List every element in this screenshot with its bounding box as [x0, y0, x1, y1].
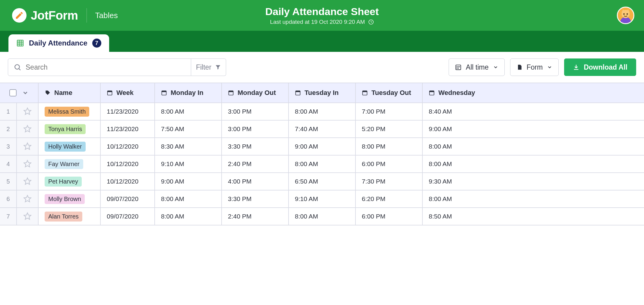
calendar-grid-icon: [455, 64, 462, 71]
cell-monday-out[interactable]: 2:40 PM: [222, 208, 289, 225]
chevron-down-icon[interactable]: [22, 90, 29, 96]
cell-week[interactable]: 11/23/2020: [101, 103, 155, 120]
table-row[interactable]: 4Fay Warner10/12/20209:10 AM2:40 PM8:00 …: [0, 156, 644, 173]
svg-rect-22: [363, 91, 367, 92]
cell-wednesday-in[interactable]: 8:40 AM: [423, 103, 465, 120]
star-toggle[interactable]: [17, 173, 39, 190]
cell-name[interactable]: Melissa Smith: [39, 103, 101, 120]
star-icon: [23, 195, 32, 203]
cell-tuesday-out[interactable]: 6:00 PM: [356, 208, 423, 225]
cell-monday-in[interactable]: 8:30 AM: [155, 138, 222, 155]
cell-tuesday-in[interactable]: 9:00 AM: [289, 138, 356, 155]
page-subtitle: Last updated at 19 Oct 2020 9:20 AM: [265, 19, 379, 25]
cell-week[interactable]: 10/12/2020: [101, 173, 155, 190]
cell-tuesday-out[interactable]: 7:30 PM: [356, 173, 423, 190]
cell-monday-out[interactable]: 4:00 PM: [222, 173, 289, 190]
star-toggle[interactable]: [17, 208, 39, 225]
col-header-wednesday[interactable]: Wednesday: [423, 83, 465, 102]
table-row[interactable]: 7Alan Torres09/07/20208:00 AM2:40 PM8:00…: [0, 208, 644, 225]
select-all-checkbox[interactable]: [9, 89, 17, 96]
col-header-monday-out[interactable]: Monday Out: [222, 83, 289, 102]
col-header-tuesday-out[interactable]: Tuesday Out: [356, 83, 423, 102]
cell-wednesday-in[interactable]: 8:00 AM: [423, 156, 465, 172]
cell-tuesday-out[interactable]: 8:00 PM: [356, 138, 423, 155]
cell-name[interactable]: Fay Warner: [39, 156, 101, 172]
cell-monday-in[interactable]: 8:00 AM: [155, 103, 222, 120]
cell-monday-out[interactable]: 3:30 PM: [222, 190, 289, 207]
cell-monday-in[interactable]: 8:00 AM: [155, 190, 222, 207]
cell-tuesday-out[interactable]: 6:00 PM: [356, 156, 423, 172]
table-row[interactable]: 6Molly Brown09/07/20208:00 AM3:30 PM9:10…: [0, 190, 644, 208]
cell-tuesday-in[interactable]: 7:40 AM: [289, 121, 356, 137]
cell-tuesday-in[interactable]: 8:00 AM: [289, 208, 356, 225]
filter-label: Filter: [196, 63, 211, 71]
cell-week[interactable]: 09/07/2020: [101, 208, 155, 225]
row-number: 4: [0, 156, 17, 172]
tab-daily-attendance[interactable]: Daily Attendance 7: [8, 34, 109, 52]
cell-name[interactable]: Molly Brown: [39, 190, 101, 207]
avatar[interactable]: [617, 7, 634, 24]
cell-tuesday-out[interactable]: 6:20 PM: [356, 190, 423, 207]
search-input-wrap[interactable]: [8, 58, 191, 76]
time-range-dropdown[interactable]: All time: [449, 58, 504, 76]
col-header-week[interactable]: Week: [101, 83, 155, 102]
col-header-tuesday-in[interactable]: Tuesday In: [289, 83, 356, 102]
svg-rect-11: [457, 68, 458, 69]
cell-week[interactable]: 11/23/2020: [101, 121, 155, 137]
cell-tuesday-out[interactable]: 5:20 PM: [356, 121, 423, 137]
cell-tuesday-in[interactable]: 8:00 AM: [289, 103, 356, 120]
cell-monday-out[interactable]: 3:30 PM: [222, 138, 289, 155]
brand-logo[interactable]: JotForm: [12, 8, 78, 23]
select-all-corner: [0, 83, 39, 102]
cell-name[interactable]: Pet Harvey: [39, 173, 101, 190]
table-row[interactable]: 2Tonya Harris11/23/20207:50 AM3:00 PM7:4…: [0, 121, 644, 138]
cell-week[interactable]: 09/07/2020: [101, 190, 155, 207]
svg-point-3: [623, 13, 625, 15]
cell-monday-in[interactable]: 9:00 AM: [155, 173, 222, 190]
cell-tuesday-out[interactable]: 7:00 PM: [356, 103, 423, 120]
section-label[interactable]: Tables: [95, 11, 118, 20]
form-dropdown[interactable]: Form: [510, 58, 559, 76]
name-pill: Molly Brown: [45, 194, 85, 204]
table-row[interactable]: 3Holly Walker10/12/20208:30 AM3:30 PM9:0…: [0, 138, 644, 156]
time-range-label: All time: [466, 63, 488, 71]
col-label: Wednesday: [438, 89, 475, 97]
star-toggle[interactable]: [17, 138, 39, 155]
col-header-monday-in[interactable]: Monday In: [155, 83, 222, 102]
cell-monday-in[interactable]: 9:10 AM: [155, 156, 222, 172]
cell-wednesday-in[interactable]: 8:50 AM: [423, 208, 465, 225]
history-icon[interactable]: [368, 19, 374, 25]
search-group: Filter: [8, 58, 226, 76]
cell-wednesday-in[interactable]: 9:00 AM: [423, 121, 465, 137]
cell-wednesday-in[interactable]: 8:00 AM: [423, 190, 465, 207]
title-block: Daily Attendance Sheet Last updated at 1…: [265, 6, 379, 25]
svg-rect-12: [458, 68, 459, 69]
cell-tuesday-in[interactable]: 9:10 AM: [289, 190, 356, 207]
table-row[interactable]: 5Pet Harvey10/12/20209:00 AM4:00 PM6:50 …: [0, 173, 644, 190]
cell-tuesday-in[interactable]: 8:00 AM: [289, 156, 356, 172]
cell-monday-in[interactable]: 8:00 AM: [155, 208, 222, 225]
star-toggle[interactable]: [17, 156, 39, 172]
col-header-name[interactable]: Name: [39, 83, 101, 102]
table-row[interactable]: 1Melissa Smith11/23/20208:00 AM3:00 PM8:…: [0, 103, 644, 121]
chevron-down-icon: [547, 64, 552, 70]
cell-monday-in[interactable]: 7:50 AM: [155, 121, 222, 137]
star-toggle[interactable]: [17, 190, 39, 207]
cell-name[interactable]: Alan Torres: [39, 208, 101, 225]
cell-monday-out[interactable]: 3:00 PM: [222, 103, 289, 120]
cell-week[interactable]: 10/12/2020: [101, 156, 155, 172]
cell-wednesday-in[interactable]: 9:30 AM: [423, 173, 465, 190]
star-toggle[interactable]: [17, 121, 39, 137]
funnel-icon: [215, 64, 221, 70]
search-input[interactable]: [26, 63, 185, 71]
download-all-button[interactable]: Download All: [564, 58, 636, 76]
cell-monday-out[interactable]: 3:00 PM: [222, 121, 289, 137]
cell-tuesday-in[interactable]: 6:50 AM: [289, 173, 356, 190]
cell-monday-out[interactable]: 2:40 PM: [222, 156, 289, 172]
cell-wednesday-in[interactable]: 8:00 AM: [423, 138, 465, 155]
cell-week[interactable]: 10/12/2020: [101, 138, 155, 155]
cell-name[interactable]: Holly Walker: [39, 138, 101, 155]
star-toggle[interactable]: [17, 103, 39, 120]
cell-name[interactable]: Tonya Harris: [39, 121, 101, 137]
filter-button[interactable]: Filter: [191, 58, 226, 76]
